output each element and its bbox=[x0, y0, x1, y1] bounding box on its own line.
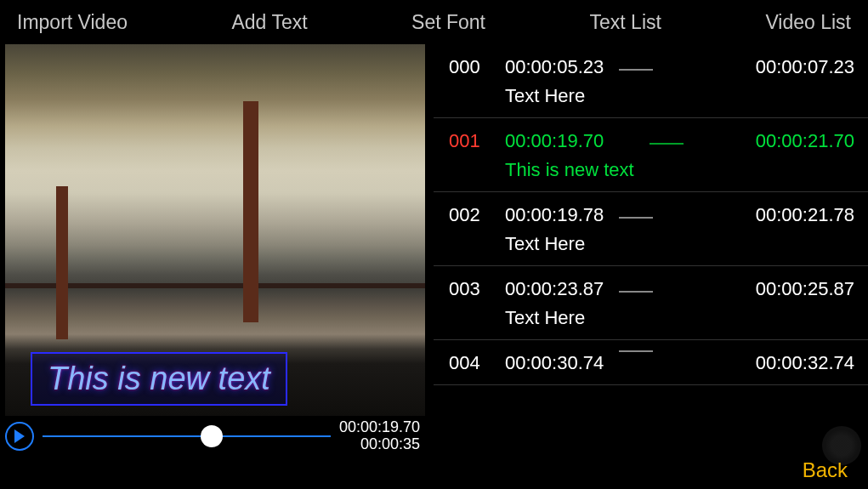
duration-time: 00:00:35 bbox=[360, 436, 420, 453]
text-row-index: 003 bbox=[449, 278, 490, 300]
text-row-content: Text Here bbox=[505, 233, 604, 255]
text-row-end: 00:00:32.74 bbox=[756, 352, 854, 374]
dash-icon bbox=[650, 143, 684, 145]
text-row-content: This is new text bbox=[505, 159, 634, 181]
text-row-end: 00:00:21.78 bbox=[756, 204, 854, 226]
text-row-content: Text Here bbox=[505, 85, 604, 107]
current-time: 00:00:19.70 bbox=[339, 419, 420, 436]
text-row-end: 00:00:21.70 bbox=[756, 130, 854, 152]
text-row-start: 00:00:19.78 bbox=[505, 204, 604, 226]
video-preview[interactable]: This is new text bbox=[5, 44, 425, 416]
text-row-start: 00:00:19.70 bbox=[505, 130, 634, 152]
text-list-panel: 00000:00:05.23Text Here00:00:07.2300100:… bbox=[425, 44, 868, 453]
play-icon bbox=[14, 429, 26, 443]
text-row-start: 00:00:23.87 bbox=[505, 278, 604, 300]
dash-icon bbox=[619, 291, 653, 293]
text-row-index: 000 bbox=[449, 56, 490, 78]
text-row-index: 004 bbox=[449, 352, 490, 374]
text-row[interactable]: 00000:00:05.23Text Here00:00:07.23 bbox=[434, 44, 868, 118]
menu-import-video[interactable]: Import Video bbox=[17, 11, 128, 34]
play-button[interactable] bbox=[5, 422, 34, 451]
text-row-content: Text Here bbox=[505, 307, 604, 329]
text-row[interactable]: 00400:00:30.7400:00:32.74 bbox=[434, 340, 868, 385]
menu-add-text[interactable]: Add Text bbox=[231, 11, 307, 34]
text-row[interactable]: 00200:00:19.78Text Here00:00:21.78 bbox=[434, 192, 868, 266]
text-row-index: 002 bbox=[449, 204, 490, 226]
text-row-end: 00:00:25.87 bbox=[756, 278, 854, 300]
dash-icon bbox=[619, 217, 653, 219]
seek-knob[interactable] bbox=[201, 425, 223, 447]
dash-icon bbox=[619, 69, 653, 71]
player-controls: 00:00:19.70 00:00:35 bbox=[5, 416, 425, 453]
dash-icon bbox=[619, 350, 653, 352]
text-row-start: 00:00:05.23 bbox=[505, 56, 604, 78]
text-row[interactable]: 00300:00:23.87Text Here00:00:25.87 bbox=[434, 266, 868, 340]
subtitle-overlay[interactable]: This is new text bbox=[31, 352, 287, 406]
menu-text-list[interactable]: Text List bbox=[590, 11, 661, 34]
text-row-index: 001 bbox=[449, 130, 490, 152]
seek-track[interactable] bbox=[43, 435, 331, 437]
time-display: 00:00:19.70 00:00:35 bbox=[339, 419, 420, 453]
menu-set-font[interactable]: Set Font bbox=[411, 11, 485, 34]
back-button[interactable]: Back bbox=[803, 458, 848, 482]
menu-video-list[interactable]: Video List bbox=[765, 11, 851, 34]
text-row[interactable]: 00100:00:19.70This is new text00:00:21.7… bbox=[434, 118, 868, 192]
text-row-start: 00:00:30.74 bbox=[505, 352, 604, 374]
text-row-end: 00:00:07.23 bbox=[756, 56, 854, 78]
top-menu: Import Video Add Text Set Font Text List… bbox=[0, 0, 868, 44]
